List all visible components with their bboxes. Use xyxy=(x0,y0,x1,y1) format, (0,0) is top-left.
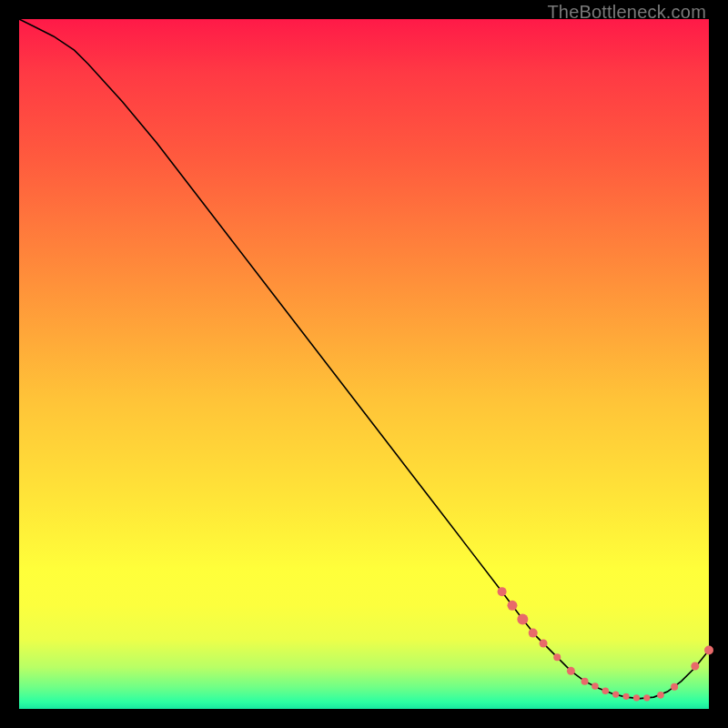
marker-dot xyxy=(517,613,528,624)
chart-overlay xyxy=(19,19,709,709)
marker-dot xyxy=(633,694,640,701)
marker-dot xyxy=(581,678,589,685)
marker-dot xyxy=(602,687,610,694)
marker-dot xyxy=(540,639,548,647)
marker-dot xyxy=(671,683,678,691)
bottleneck-curve xyxy=(19,19,709,699)
marker-dot xyxy=(567,667,575,675)
chart-stage: TheBottleneck.com xyxy=(0,0,728,728)
marker-dot xyxy=(704,646,713,655)
marker-cluster xyxy=(498,587,713,701)
marker-dot xyxy=(592,682,599,690)
marker-dot xyxy=(657,692,664,699)
marker-dot xyxy=(553,653,561,661)
marker-dot xyxy=(498,587,507,596)
marker-dot xyxy=(507,601,517,611)
marker-dot xyxy=(643,694,650,701)
marker-dot xyxy=(691,662,699,671)
marker-dot xyxy=(612,691,619,697)
marker-dot xyxy=(622,693,629,700)
marker-dot xyxy=(529,629,538,638)
